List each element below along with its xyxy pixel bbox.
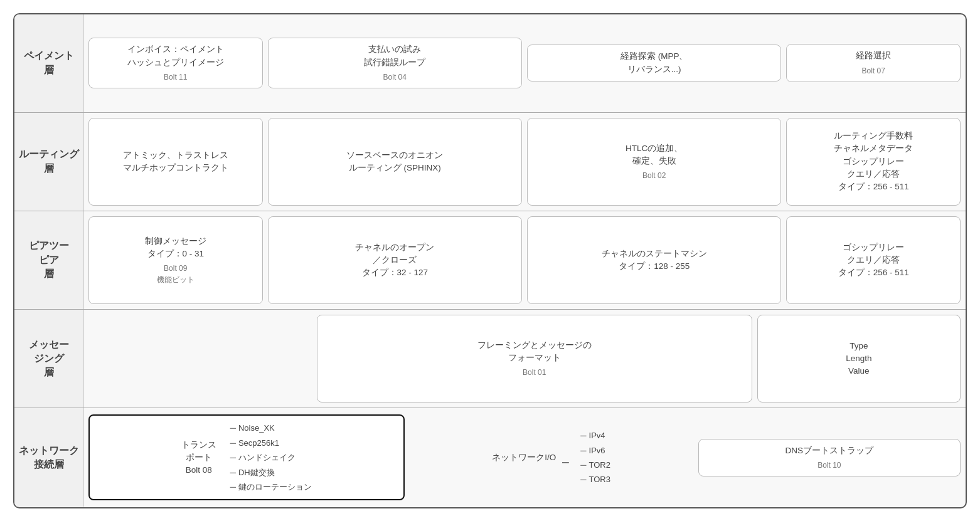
tree-noise: Noise_XK <box>230 421 312 435</box>
tree-ipv4: IPv4 <box>580 428 610 443</box>
atomic-title: アトミック、トラストレスマルチホップコントラクト <box>123 149 228 175</box>
atomic-card: アトミック、トラストレスマルチホップコントラクト <box>88 118 263 206</box>
state-machine-card: チャネルのステートマシンタイプ：128 - 255 <box>527 216 781 304</box>
tree-tor3: TOR3 <box>580 472 610 487</box>
sphinx-card: ソースベースのオニオンルーティング (SPHINX) <box>268 118 522 206</box>
tree-tor2: TOR2 <box>580 458 610 472</box>
bolt04-title: 支払いの試み試行錯誤ループ <box>364 43 425 69</box>
bolt07-title: 経路選択 <box>856 50 891 62</box>
tree-secp: Secp256k1 <box>230 436 312 450</box>
bolt11-subtitle: Bolt 11 <box>164 71 187 83</box>
tree-handshake: ハンドシェイク <box>230 450 312 465</box>
routing-layer-label: ルーティング層 <box>14 113 83 211</box>
tree-dh: DH鍵交換 <box>230 465 312 480</box>
network-layer-label: ネットワーク接続層 <box>14 408 83 507</box>
mpp-card: 経路探索 (MPP、リバランス...) <box>527 45 781 82</box>
state-machine-title: チャネルのステートマシンタイプ：128 - 255 <box>602 248 707 273</box>
peer-layer-label: ピアツーピア層 <box>14 211 83 309</box>
bolt04-subtitle: Bolt 04 <box>383 71 407 83</box>
gossip-title: ゴシップリレークエリ／応答タイプ：256 - 511 <box>838 241 909 280</box>
control-placeholder <box>88 315 312 403</box>
transport-tree: Noise_XK Secp256k1 ハンドシェイク DH鍵交換 鍵のローテーシ… <box>223 421 312 494</box>
tree-ipv6: IPv6 <box>580 443 610 458</box>
bolt07-subtitle: Bolt 07 <box>862 65 885 76</box>
network-io-tree: IPv4 IPv6 TOR2 TOR3 <box>575 428 610 487</box>
io-connector-icon: ⎯ <box>562 451 569 464</box>
control-card: 制御メッセージタイプ：0 - 31 Bolt 09機能ビット <box>88 216 263 304</box>
transport-card: トランスポートBolt 08 Noise_XK Secp256k1 ハンドシェイ… <box>88 414 405 500</box>
sphinx-title: ソースベースのオニオンルーティング (SPHINX) <box>346 149 443 175</box>
control-title: 制御メッセージタイプ：0 - 31 <box>145 235 206 261</box>
messaging-layer-content: フレーミングとメッセージのフォーマット Bolt 01 TypeLengthVa… <box>83 310 966 408</box>
htlc-subtitle: Bolt 02 <box>642 170 666 181</box>
network-layer-content: トランスポートBolt 08 Noise_XK Secp256k1 ハンドシェイ… <box>83 408 966 507</box>
tlv-card: TypeLengthValue <box>757 315 961 403</box>
network-io-card: ネットワークI/O ⎯ IPv4 IPv6 TOR2 TOR3 <box>410 423 693 492</box>
transport-label: トランスポートBolt 08 <box>181 439 216 477</box>
framing-title: フレーミングとメッセージのフォーマット <box>477 339 592 365</box>
dns-card: DNSブートストラップ Bolt 10 <box>698 439 961 476</box>
htlc-card: HTLCの追加、確定、失敗 Bolt 02 <box>527 118 781 206</box>
tlv-title: TypeLengthValue <box>846 340 871 378</box>
fees-card: ルーティング手数料チャネルメタデータゴシップリレークエリ／応答タイプ：256 -… <box>786 118 961 206</box>
network-layer: ネットワーク接続層 トランスポートBolt 08 Noise_XK Secp25… <box>14 408 966 507</box>
mpp-title: 経路探索 (MPP、リバランス...) <box>620 50 688 76</box>
bolt11-title: インボイス：ペイメントハッシュとプリイメージ <box>127 43 224 69</box>
main-diagram: ペイメント層 インボイス：ペイメントハッシュとプリイメージ Bolt 11 支払… <box>13 13 967 508</box>
payment-layer-content: インボイス：ペイメントハッシュとプリイメージ Bolt 11 支払いの試み試行錯… <box>83 14 966 112</box>
routing-layer: ルーティング層 アトミック、トラストレスマルチホップコントラクト ソースベースの… <box>14 113 966 211</box>
framing-card: フレーミングとメッセージのフォーマット Bolt 01 <box>317 315 752 403</box>
bolt11-card: インボイス：ペイメントハッシュとプリイメージ Bolt 11 <box>88 38 263 88</box>
control-subtitle: Bolt 09機能ビット <box>157 263 194 285</box>
bolt07-card: 経路選択 Bolt 07 <box>786 44 961 82</box>
messaging-layer-label: メッセージング層 <box>14 310 83 408</box>
dns-title: DNSブートストラップ <box>786 445 874 457</box>
channel-open-title: チャネルのオープン／クローズタイプ：32 - 127 <box>355 241 434 280</box>
payment-layer-label: ペイメント層 <box>14 14 83 112</box>
gossip-card: ゴシップリレークエリ／応答タイプ：256 - 511 <box>786 216 961 304</box>
peer-layer: ピアツーピア層 制御メッセージタイプ：0 - 31 Bolt 09機能ビット チ… <box>14 211 966 310</box>
messaging-layer: メッセージング層 フレーミングとメッセージのフォーマット Bolt 01 Typ… <box>14 310 966 408</box>
htlc-title: HTLCの追加、確定、失敗 <box>626 142 683 168</box>
fees-title: ルーティング手数料チャネルメタデータゴシップリレークエリ／応答タイプ：256 -… <box>834 130 913 193</box>
bolt04-card: 支払いの試み試行錯誤ループ Bolt 04 <box>268 38 522 88</box>
network-io-label: ネットワークI/O <box>492 452 556 463</box>
dns-subtitle: Bolt 10 <box>818 460 841 471</box>
payment-layer: ペイメント層 インボイス：ペイメントハッシュとプリイメージ Bolt 11 支払… <box>14 14 966 113</box>
channel-open-card: チャネルのオープン／クローズタイプ：32 - 127 <box>268 216 522 304</box>
tree-rotation: 鍵のローテーション <box>230 480 312 494</box>
routing-layer-content: アトミック、トラストレスマルチホップコントラクト ソースベースのオニオンルーティ… <box>83 113 966 211</box>
peer-layer-content: 制御メッセージタイプ：0 - 31 Bolt 09機能ビット チャネルのオープン… <box>83 211 966 309</box>
framing-subtitle: Bolt 01 <box>523 367 546 378</box>
